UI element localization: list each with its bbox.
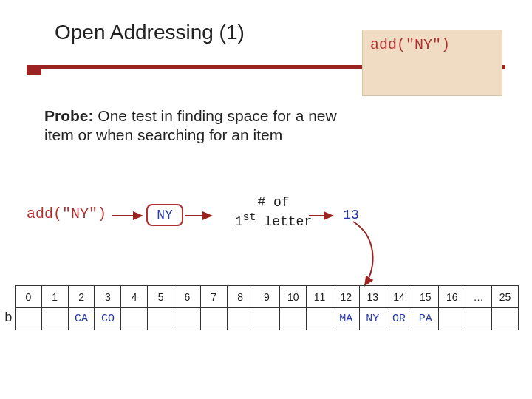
value-cell: CA xyxy=(68,308,95,330)
hash-input-box: NY xyxy=(146,204,183,226)
value-cell xyxy=(148,308,174,330)
value-cell: NY xyxy=(359,308,386,330)
index-cell: 11 xyxy=(307,286,333,308)
index-row: 0 1 2 3 4 5 6 7 8 9 10 11 12 13 14 15 16… xyxy=(16,286,519,308)
value-cell xyxy=(16,308,42,330)
index-cell: 3 xyxy=(95,286,121,308)
value-cell xyxy=(174,308,200,330)
arrow-hash-to-result xyxy=(309,211,338,220)
index-cell: 8 xyxy=(227,286,253,308)
index-cell: 13 xyxy=(359,286,386,308)
index-cell: 14 xyxy=(386,286,412,308)
index-cell: … xyxy=(466,286,492,308)
probe-definition: Probe: One test in finding space for a n… xyxy=(44,106,340,146)
value-cell: PA xyxy=(412,308,439,330)
call-box: add("NY") xyxy=(362,30,502,96)
value-cell xyxy=(491,308,518,330)
index-cell: 25 xyxy=(491,286,518,308)
value-cell xyxy=(41,308,68,330)
index-cell: 12 xyxy=(332,286,359,308)
index-cell: 7 xyxy=(200,286,227,308)
index-cell: 15 xyxy=(412,286,439,308)
value-cell: MA xyxy=(332,308,359,330)
value-cell xyxy=(280,308,307,330)
index-cell: 9 xyxy=(253,286,280,308)
value-cell xyxy=(466,308,492,330)
title-underline-accent xyxy=(27,65,41,75)
index-cell: 2 xyxy=(68,286,95,308)
index-cell: 5 xyxy=(148,286,174,308)
hash-line-1: # of xyxy=(214,195,332,211)
index-cell: 6 xyxy=(174,286,200,308)
probe-label: Probe: xyxy=(44,107,94,124)
arrow-ny-to-hash xyxy=(185,211,217,220)
arrow-add-to-ny xyxy=(112,211,148,220)
index-cell: 16 xyxy=(439,286,466,308)
array-name-label: b xyxy=(4,310,13,325)
index-cell: 4 xyxy=(121,286,148,308)
add-call-label: add("NY") xyxy=(27,205,106,222)
arrow-result-to-cell xyxy=(347,222,406,293)
value-cell: CO xyxy=(95,308,121,330)
value-cell xyxy=(200,308,227,330)
index-cell: 1 xyxy=(41,286,68,308)
index-cell: 0 xyxy=(16,286,42,308)
value-cell: OR xyxy=(386,308,412,330)
value-cell xyxy=(439,308,466,330)
value-row: CA CO MA NY OR PA xyxy=(16,308,519,330)
hash-table: 0 1 2 3 4 5 6 7 8 9 10 11 12 13 14 15 16… xyxy=(15,285,519,330)
index-cell: 10 xyxy=(280,286,307,308)
value-cell xyxy=(253,308,280,330)
value-cell xyxy=(121,308,148,330)
value-cell xyxy=(227,308,253,330)
value-cell xyxy=(307,308,333,330)
